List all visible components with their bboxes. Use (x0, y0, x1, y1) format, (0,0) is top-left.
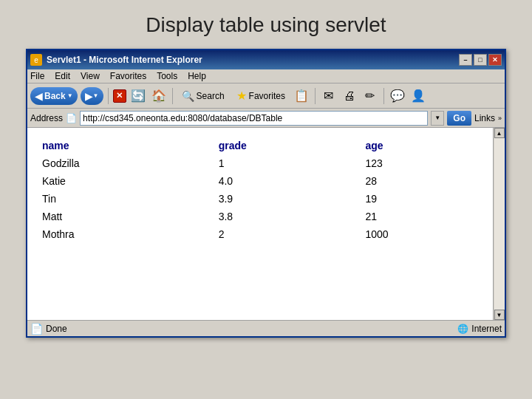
table-cell: 4.0 (216, 172, 363, 190)
table-row: Katie4.028 (39, 172, 493, 190)
discuss-button[interactable]: 💬 (389, 87, 406, 105)
scroll-up-arrow[interactable]: ▲ (494, 128, 505, 138)
table-cell: 21 (362, 208, 493, 225)
address-input[interactable] (80, 111, 428, 126)
toolbar-separator-1 (108, 88, 109, 104)
window-icon: e (30, 54, 42, 66)
table-cell: 19 (362, 190, 493, 208)
close-button[interactable]: ✕ (488, 54, 502, 66)
edit-button[interactable]: ✏ (361, 87, 379, 105)
search-label: Search (197, 91, 225, 101)
favorites-button[interactable]: ★ Favorites (232, 87, 290, 105)
status-page-icon: 📄 (30, 323, 43, 335)
history-button[interactable]: 📋 (293, 87, 310, 105)
content-scrollbar[interactable]: ▲ ▼ (493, 128, 505, 320)
address-bar: Address 📄 ▼ Go Links » (27, 109, 505, 128)
scroll-down-arrow[interactable]: ▼ (494, 310, 505, 320)
table-cell: Tin (39, 190, 216, 208)
table-cell: 123 (362, 154, 493, 172)
table-cell: Matt (39, 208, 216, 225)
back-button[interactable]: ◀ Back ▼ (30, 87, 78, 105)
forward-dropdown-icon: ▼ (93, 92, 99, 99)
menu-help[interactable]: Help (188, 71, 206, 81)
ie-window: e Servlet1 - Microsoft Internet Explorer… (26, 49, 506, 338)
menu-bar: File Edit View Favorites Tools Help (27, 69, 505, 83)
refresh-button[interactable]: 🔄 (129, 87, 147, 105)
print-button[interactable]: 🖨 (341, 87, 358, 105)
col-grade: grade (216, 137, 363, 154)
scroll-track (494, 138, 505, 310)
table-row: Godzilla1123 (39, 154, 493, 172)
menu-tools[interactable]: Tools (157, 71, 177, 81)
toolbar: ◀ Back ▼ ▶ ▼ ✕ 🔄 🏠 🔍 Search ★ Favorites … (27, 83, 505, 109)
menu-favorites[interactable]: Favorites (110, 71, 146, 81)
toolbar-separator-2 (172, 88, 173, 104)
table-cell: 3.9 (216, 190, 363, 208)
content-area: name grade age Godzilla1123Katie4.028Tin… (27, 128, 505, 320)
table-row: Matt3.821 (39, 208, 493, 225)
table-cell: Mothra (39, 225, 216, 243)
go-button[interactable]: Go (447, 111, 471, 126)
slide-title: Display table using servlet (146, 13, 386, 37)
back-label: Back (44, 91, 66, 101)
back-dropdown-icon: ▼ (67, 92, 73, 99)
table-cell: 3.8 (216, 208, 363, 225)
maximize-button[interactable]: □ (474, 54, 487, 66)
forward-arrow-icon: ▶ (85, 90, 93, 102)
table-row: Mothra21000 (39, 225, 493, 243)
title-bar: e Servlet1 - Microsoft Internet Explorer… (27, 50, 505, 69)
status-globe-icon: 🌐 (457, 324, 468, 334)
table-cell: Katie (39, 172, 216, 190)
address-page-icon: 📄 (66, 113, 77, 123)
status-bar: 📄 Done 🌐 Internet (27, 320, 505, 336)
table-cell: 2 (216, 225, 363, 243)
menu-file[interactable]: File (30, 71, 44, 81)
toolbar-separator-3 (315, 88, 316, 104)
mail-button[interactable]: ✉ (320, 87, 338, 105)
table-cell: 28 (362, 172, 493, 190)
home-button[interactable]: 🏠 (150, 87, 168, 105)
table-cell: 1 (216, 154, 363, 172)
address-dropdown-button[interactable]: ▼ (431, 111, 444, 126)
menu-view[interactable]: View (81, 71, 100, 81)
window-title: Servlet1 - Microsoft Internet Explorer (47, 55, 454, 65)
table-cell: 1000 (362, 225, 493, 243)
messenger-button[interactable]: 👤 (409, 87, 427, 105)
toolbar-separator-4 (383, 88, 384, 104)
search-button[interactable]: 🔍 Search (177, 87, 229, 105)
db-table: name grade age Godzilla1123Katie4.028Tin… (39, 137, 493, 243)
table-header-row: name grade age (39, 137, 493, 154)
status-left: 📄 Done (30, 323, 457, 335)
forward-button[interactable]: ▶ ▼ (81, 87, 103, 105)
favorites-label: Favorites (249, 91, 285, 101)
status-right: 🌐 Internet (457, 324, 502, 334)
col-age: age (362, 137, 493, 154)
status-zone: Internet (471, 324, 502, 334)
search-icon: 🔍 (182, 90, 194, 102)
menu-edit[interactable]: Edit (55, 71, 70, 81)
stop-button[interactable]: ✕ (113, 89, 126, 103)
col-name: name (39, 137, 216, 154)
address-label: Address (30, 113, 63, 123)
links-chevron-icon: » (498, 115, 502, 122)
links-label: Links (474, 113, 495, 123)
status-text: Done (46, 324, 67, 334)
table-cell: Godzilla (39, 154, 216, 172)
favorites-star-icon: ★ (236, 89, 247, 103)
window-controls: – □ ✕ (459, 54, 502, 66)
minimize-button[interactable]: – (459, 54, 472, 66)
table-row: Tin3.919 (39, 190, 493, 208)
back-arrow-icon: ◀ (35, 90, 43, 102)
